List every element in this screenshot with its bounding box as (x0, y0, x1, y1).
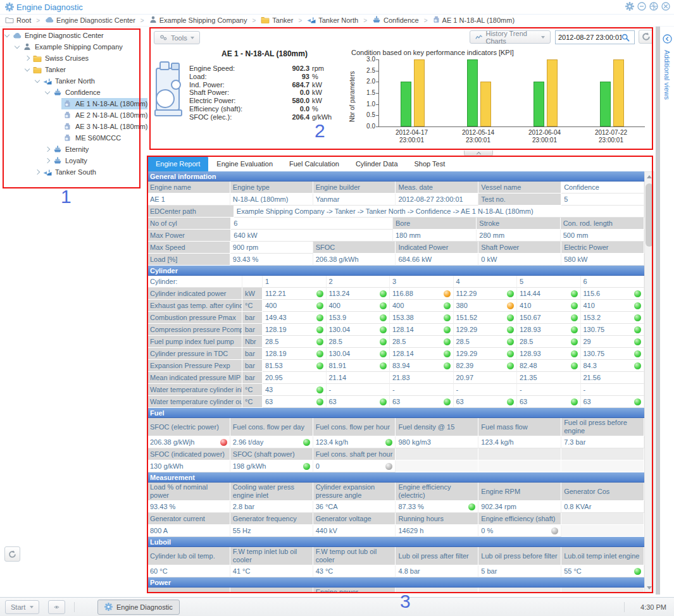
breadcrumb-item[interactable]: Engine Diagnostic Center (45, 16, 135, 24)
start-button[interactable]: Start (5, 600, 39, 614)
breadcrumb-item[interactable]: Tanker (261, 16, 293, 25)
table-row: Max Power640 kW180 mm280 mm500 mm (147, 230, 644, 242)
tree-item[interactable]: Tanker (0, 64, 146, 75)
tree-item-body[interactable]: Tanker South (41, 166, 146, 178)
cell-value: 93.43 % (147, 501, 230, 513)
tree-item-body[interactable]: AE 1 N-18-AL (180mm) (61, 98, 148, 109)
collapse-circle-icon[interactable] (663, 34, 672, 46)
cell-value: 28.5 (517, 336, 581, 348)
expand-arrow[interactable] (3, 34, 11, 37)
tree-item[interactable]: Tanker North (0, 75, 146, 87)
tree-item-body[interactable]: Swiss Cruises (31, 52, 146, 64)
settings-gear-icon[interactable] (625, 2, 634, 11)
cell-text: Generator current (150, 515, 227, 523)
tree-refresh-button[interactable] (4, 546, 20, 562)
scroll-up-button[interactable] (645, 172, 654, 182)
minimize-icon[interactable] (637, 2, 646, 11)
taskbar: Start Engine Diagnostic 4:30 PM (0, 597, 674, 616)
cell-label: SFOC (electric power) (147, 418, 230, 436)
cell-value: 36 °CA (313, 501, 396, 513)
scroll-down-button[interactable] (645, 583, 654, 593)
tree-item-body[interactable]: Eternity (51, 144, 146, 155)
tree-item[interactable]: AE 2 N-18-AL (180mm) (0, 109, 146, 121)
view-selector-button[interactable]: History Trend Charts (470, 30, 551, 44)
breadcrumb-separator: > (298, 17, 302, 24)
tools-button[interactable]: Tools (154, 31, 200, 44)
close-icon[interactable] (661, 2, 670, 11)
tree-item-body[interactable]: Example Shipping Company (21, 41, 146, 52)
tree-item[interactable]: Engine Diagnostic Center (0, 30, 146, 41)
cell-text: 206.38 g/kWh (316, 256, 393, 264)
tab-engine-evaluation[interactable]: Engine Evaluation (208, 156, 281, 171)
tree-item-body[interactable]: Engine Diagnostic Center (11, 30, 146, 41)
tree-item-body[interactable]: ME S60MCCC (61, 132, 146, 144)
cell-text: SFOC (indicated power) (150, 450, 227, 459)
expand-arrow[interactable] (23, 56, 31, 60)
tree-item[interactable]: AE 3 N-18-AL (180mm) (0, 121, 146, 132)
additional-views-tab[interactable]: Additional views (660, 34, 674, 100)
tree-item-body[interactable]: Tanker (31, 64, 146, 75)
tree-item[interactable]: Example Shipping Company (0, 41, 146, 52)
panel-splitter[interactable] (656, 27, 660, 594)
tab-shop-test[interactable]: Shop Test (406, 156, 454, 171)
cell-value: 128.14 (390, 348, 454, 360)
status-green-icon (444, 302, 451, 309)
breadcrumb-item[interactable]: Tanker North (307, 16, 358, 25)
status-green-icon (507, 326, 514, 333)
breadcrumb-item[interactable]: Example Shipping Company (149, 16, 247, 25)
tree-item[interactable]: Eternity (0, 144, 146, 155)
tree-item-body[interactable]: AE 3 N-18-AL (180mm) (61, 121, 148, 132)
maximize-icon[interactable] (649, 2, 658, 11)
breadcrumb-item[interactable]: AE 1 N-18-AL (180mm) (433, 16, 515, 25)
tree-item[interactable]: Loyalty (0, 155, 146, 166)
cell-text: Indicated Power (398, 243, 475, 252)
additional-views-label: Additional views (663, 50, 671, 100)
status-green-icon (507, 398, 514, 405)
cloud-icon (45, 16, 54, 24)
breadcrumb-separator: > (363, 17, 367, 24)
tab-engine-report[interactable]: Engine Report (147, 156, 208, 171)
table-row: Max Speed900 rpmSFOCIndicated PowerShaft… (147, 242, 644, 254)
expand-arrow[interactable] (13, 46, 21, 48)
cell-label: Engine indicated power (230, 588, 313, 593)
cell-text: Fuel oil press before engine (564, 419, 641, 435)
tree-item[interactable]: ME S60MCCC (0, 132, 146, 144)
monitor-eye-button[interactable] (48, 600, 65, 614)
expand-arrow[interactable] (43, 91, 51, 94)
cell-text: Mean indicated pressure MIP (150, 374, 240, 382)
cell-value: 440 kV (313, 525, 396, 537)
panel-collapse-handle[interactable] (464, 151, 493, 157)
expand-arrow[interactable] (33, 170, 41, 174)
tab-cylinder-data[interactable]: Cylinder Data (347, 156, 406, 171)
breadcrumb-item[interactable]: Confidence (372, 16, 419, 25)
tree-item-body[interactable]: Tanker North (41, 75, 146, 87)
taskbar-app-button[interactable]: Engine Diagnostic (97, 600, 180, 615)
refresh-button[interactable] (639, 30, 653, 44)
expand-arrow[interactable] (33, 80, 41, 82)
cell-unit: °C (242, 384, 263, 396)
tree-item[interactable]: AE 1 N-18-AL (180mm) (0, 98, 146, 109)
cell-text: bar (245, 326, 259, 334)
chevron-down-icon (24, 66, 29, 71)
tab-fuel-calculation[interactable]: Fuel Calculation (281, 156, 347, 171)
table-row: Cylinder pressure in TDCbar128.19130.041… (147, 348, 644, 360)
tree-item[interactable]: Confidence (0, 87, 146, 98)
tree-item-body[interactable]: Loyalty (51, 155, 146, 166)
breadcrumb-item[interactable]: Root (5, 16, 31, 25)
cell-text: Expansion Pressure Pexp (150, 362, 239, 370)
tree-item-body[interactable]: Confidence (51, 87, 146, 98)
scrollbar-thumb[interactable] (646, 183, 653, 247)
cell-value: 28.5 (263, 336, 327, 348)
tree-item[interactable]: Tanker South (0, 166, 146, 178)
cell-text: Lub.oil temp inlet engine (564, 552, 641, 560)
expand-arrow[interactable] (23, 68, 31, 71)
vertical-scrollbar[interactable] (644, 171, 654, 593)
tree-item-body[interactable]: AE 2 N-18-AL (180mm) (61, 109, 148, 121)
ship-icon (372, 16, 381, 25)
tree-item[interactable]: Swiss Cruises (0, 52, 146, 64)
expand-arrow[interactable] (43, 147, 51, 151)
date-input[interactable] (556, 34, 621, 41)
status-green-icon (634, 290, 641, 297)
expand-arrow[interactable] (43, 159, 51, 163)
search-icon[interactable] (621, 34, 630, 42)
